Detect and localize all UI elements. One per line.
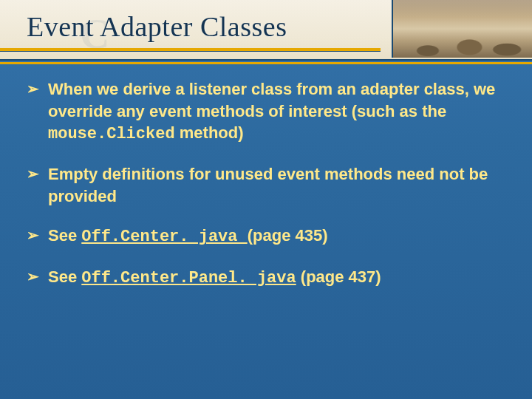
- slide-content: ➢ When we derive a listener class from a…: [27, 78, 497, 307]
- page-title: Event Adapter Classes: [27, 10, 287, 43]
- list-item: ➢ See Off.Center.Panel. java (page 437): [27, 266, 497, 290]
- bullet-text: When we derive a listener class from an …: [48, 78, 497, 146]
- text-run: (page 435): [248, 226, 328, 245]
- text-run: See: [48, 226, 81, 245]
- title-underline: [0, 48, 381, 51]
- list-item: ➢ When we derive a listener class from a…: [27, 78, 497, 146]
- bullet-icon: ➢: [27, 78, 39, 100]
- bullet-icon: ➢: [27, 266, 39, 287]
- bullet-icon: ➢: [27, 225, 39, 246]
- text-run: method): [175, 123, 244, 142]
- accent-line: [0, 62, 532, 64]
- header-photo: [392, 0, 532, 58]
- text-run: See: [48, 267, 81, 286]
- list-item: ➢ Empty definitions for unused event met…: [27, 163, 497, 207]
- code-run: mouse.Clicked: [48, 125, 175, 143]
- bullet-text: See Off.Center. java (page 435): [48, 225, 497, 248]
- list-item: ➢ See Off.Center. java (page 435): [27, 225, 497, 248]
- bullet-text: Empty definitions for unused event metho…: [48, 163, 497, 207]
- link-run: Off.Center.Panel. java: [81, 269, 296, 287]
- bullet-icon: ➢: [27, 163, 39, 185]
- link-run: Off.Center. java: [81, 228, 247, 246]
- text-run: When we derive a listener class from an …: [48, 80, 495, 120]
- text-run: Empty definitions for unused event metho…: [48, 165, 488, 205]
- bullet-text: See Off.Center.Panel. java (page 437): [48, 266, 497, 290]
- text-run: (page 437): [296, 267, 381, 286]
